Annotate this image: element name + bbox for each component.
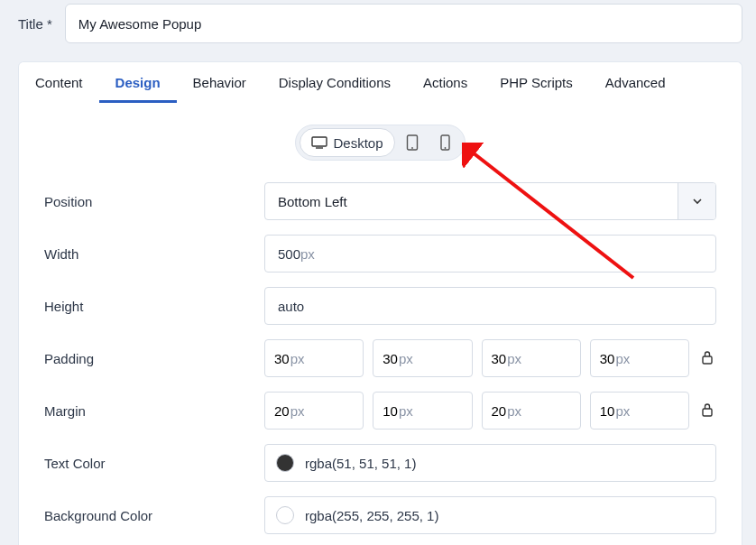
svg-rect-0 bbox=[312, 137, 327, 146]
title-input[interactable] bbox=[65, 4, 742, 43]
background-color-value: rgba(255, 255, 255, 1) bbox=[305, 508, 438, 523]
margin-bottom[interactable]: 20px bbox=[482, 392, 581, 430]
padding-left[interactable]: 30px bbox=[590, 339, 689, 377]
padding-label: Padding bbox=[44, 351, 254, 366]
margin-left[interactable]: 10px bbox=[590, 392, 689, 430]
padding-top[interactable]: 30px bbox=[264, 339, 364, 377]
background-color-swatch bbox=[276, 506, 294, 524]
margin-top[interactable]: 20px bbox=[264, 392, 364, 430]
lock-icon bbox=[701, 402, 714, 420]
svg-point-3 bbox=[411, 147, 413, 149]
height-label: Height bbox=[44, 299, 254, 314]
title-label: Title * bbox=[18, 16, 52, 32]
device-desktop[interactable]: Desktop bbox=[300, 128, 394, 157]
width-label: Width bbox=[44, 246, 254, 262]
height-input[interactable]: auto bbox=[264, 287, 716, 325]
margin-right[interactable]: 10px bbox=[373, 392, 472, 430]
svg-rect-7 bbox=[703, 356, 712, 364]
position-value: Bottom Left bbox=[265, 194, 360, 209]
design-panel: Desktop Position bbox=[18, 103, 742, 545]
position-label: Position bbox=[44, 194, 254, 209]
title-row: Title * bbox=[18, 4, 742, 43]
tab-php-scripts[interactable]: PHP Scripts bbox=[484, 62, 589, 103]
tab-behavior[interactable]: Behavior bbox=[177, 62, 263, 103]
device-tablet[interactable] bbox=[395, 128, 429, 157]
tab-content[interactable]: Content bbox=[19, 62, 99, 103]
chevron-down-icon[interactable] bbox=[678, 183, 715, 219]
text-color-value: rgba(51, 51, 51, 1) bbox=[305, 456, 416, 471]
device-switch: Desktop bbox=[44, 125, 716, 161]
tab-advanced[interactable]: Advanced bbox=[589, 62, 682, 103]
tablet-icon bbox=[406, 134, 419, 151]
lock-icon bbox=[701, 350, 714, 367]
tab-design[interactable]: Design bbox=[99, 62, 177, 103]
text-color-input[interactable]: rgba(51, 51, 51, 1) bbox=[264, 444, 716, 482]
tab-display-conditions[interactable]: Display Conditions bbox=[263, 62, 407, 103]
margin-label: Margin bbox=[44, 403, 254, 419]
width-input[interactable]: 500px bbox=[264, 235, 716, 272]
background-color-input[interactable]: rgba(255, 255, 255, 1) bbox=[264, 496, 716, 534]
position-select[interactable]: Bottom Left bbox=[264, 182, 716, 220]
mobile-icon bbox=[440, 134, 450, 151]
text-color-label: Text Color bbox=[44, 456, 254, 471]
padding-lock-button[interactable] bbox=[698, 339, 716, 377]
device-mobile[interactable] bbox=[429, 128, 461, 157]
padding-right[interactable]: 30px bbox=[373, 339, 472, 377]
tab-actions[interactable]: Actions bbox=[407, 62, 484, 103]
text-color-swatch bbox=[276, 454, 294, 472]
tabs: Content Design Behavior Display Conditio… bbox=[18, 61, 742, 103]
margin-lock-button[interactable] bbox=[698, 392, 716, 430]
svg-rect-8 bbox=[703, 409, 712, 416]
desktop-icon bbox=[311, 136, 327, 149]
svg-point-5 bbox=[444, 147, 446, 149]
device-desktop-label: Desktop bbox=[333, 135, 383, 151]
background-color-label: Background Color bbox=[44, 508, 254, 523]
padding-bottom[interactable]: 30px bbox=[482, 339, 581, 377]
